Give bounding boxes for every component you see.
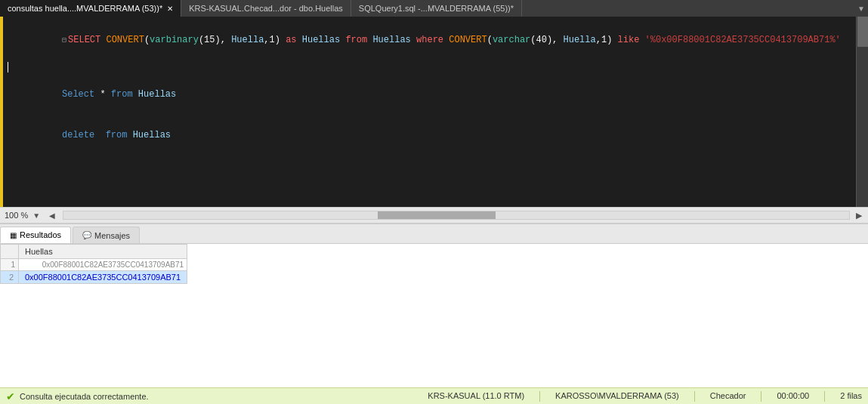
tab-mensajes[interactable]: 💬 Mensajes [73,227,140,243]
tab-close-btn[interactable]: ✕ [167,5,173,13]
status-db: Checador [710,391,746,402]
status-sep-4 [824,391,825,402]
tab-scroll-arrow[interactable]: ▼ [857,5,865,13]
tab-huellas[interactable]: KRS-KASUAL.Checad...dor - dbo.Huellas [181,0,351,17]
hscroll-right-arrow[interactable]: ▶ [853,211,865,221]
editor-area: ⊟SELECT CONVERT(varbinary(15), Huella,1)… [0,17,868,207]
results-table-container[interactable]: Huellas 1 0x00F88001C82AE3735CC0413709AB… [0,244,868,387]
results-tabs: ▦ Resultados 💬 Mensajes [0,224,868,244]
status-sep-3 [761,391,761,402]
status-sep-1 [539,391,540,402]
editor-line-cursor [8,60,851,74]
horizontal-scrollbar[interactable] [63,211,850,220]
zoom-level: 100 % [5,211,28,220]
status-ok-icon: ✔ [6,390,15,402]
tab-sqlquery[interactable]: SQLQuery1.sql -...MVALDERRAMA (55))* [351,0,522,17]
grid-icon: ▦ [10,231,17,239]
zoom-left-arrow[interactable]: ◀ [48,211,57,220]
editor-content[interactable]: ⊟SELECT CONVERT(varbinary(15), Huella,1)… [3,17,856,207]
status-bar: ✔ Consulta ejecutada correctamente. KRS-… [0,387,868,404]
table-row: 2 0x00F88001C82AE3735CC0413709AB71 [1,271,187,284]
message-icon: 💬 [82,231,91,239]
zoom-bar: 100 % ▼ ◀ ▶ [0,207,868,224]
tab-label: consultas huella....MVALDERRAMA (53))* [8,4,162,13]
cell-value-2-0[interactable]: 0x00F88001C82AE3735CC0413709AB71 [19,271,187,284]
editor-line-1: ⊟SELECT CONVERT(varbinary(15), Huella,1)… [8,20,851,60]
mensajes-label: Mensajes [94,231,130,240]
editor-line-3: Select * from Huellas [8,74,851,115]
row-num-1: 1 [1,259,19,271]
status-server: KRS-KASUAL (11.0 RTM) [428,391,524,402]
scrollbar-thumb[interactable] [857,17,868,47]
tab-scrollbar: ▼ [857,0,868,17]
tab-resultados[interactable]: ▦ Resultados [0,227,71,243]
column-huellas: Huellas [19,245,187,259]
collapse-icon[interactable]: ⊟ [62,36,66,45]
status-right: KRS-KASUAL (11.0 RTM) KAROSSO\MVALDERRAM… [428,391,862,402]
editor-wrapper: ⊟SELECT CONVERT(varbinary(15), Huella,1)… [0,17,868,224]
hscroll-thumb[interactable] [378,211,496,219]
tab-label: SQLQuery1.sql -...MVALDERRAMA (55))* [359,4,514,13]
row-num-2: 2 [1,271,19,284]
tab-query1[interactable]: consultas huella....MVALDERRAMA (53))* ✕ [0,0,181,17]
editor-line-4: delete from Huellas [8,115,851,156]
bottom-area: ▦ Resultados 💬 Mensajes Huellas [0,224,868,404]
tab-label: KRS-KASUAL.Checad...dor - dbo.Huellas [189,4,343,13]
results-table: Huellas 1 0x00F88001C82AE3735CC0413709AB… [0,244,187,284]
zoom-down-arrow[interactable]: ▼ [31,211,42,220]
editor-scrollbar[interactable] [856,17,868,207]
results-panel: ▦ Resultados 💬 Mensajes Huellas [0,224,868,387]
main-container: consultas huella....MVALDERRAMA (53))* ✕… [0,0,868,404]
row-num-header [1,245,19,259]
status-sep-2 [694,391,695,402]
status-user: KAROSSO\MVALDERRAMA (53) [555,391,679,402]
status-rows: 2 filas [840,391,862,402]
table-row: 1 0x00F88001C82AE3735CC0413709AB71 [1,259,187,271]
status-time: 00:00:00 [777,391,809,402]
tab-bar: consultas huella....MVALDERRAMA (53))* ✕… [0,0,868,17]
status-message: Consulta ejecutada correctamente. [20,392,428,401]
resultados-label: Resultados [20,230,61,239]
cell-value-1-0[interactable]: 0x00F88001C82AE3735CC0413709AB71 [19,259,187,271]
